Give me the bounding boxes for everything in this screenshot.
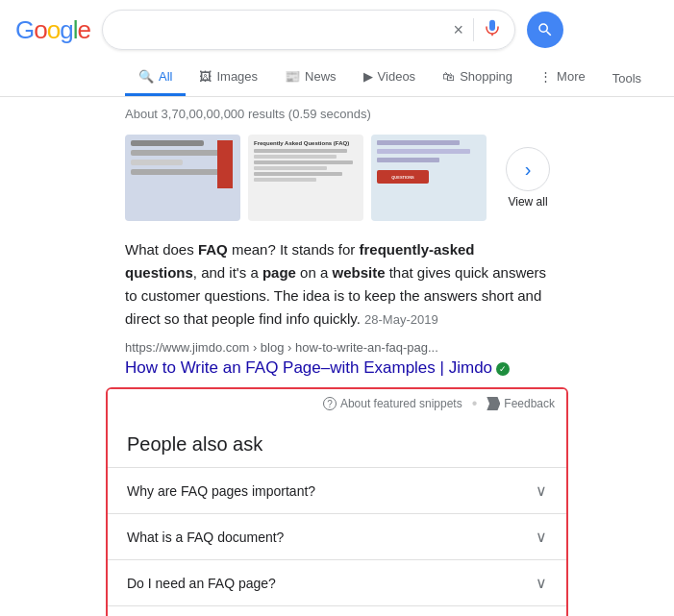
result-link[interactable]: How to Write an FAQ Page–with Examples |… [125,358,492,377]
paa-header-row: ? About featured snippets • Feedback [108,389,566,418]
search-input[interactable]: what is an faq page [116,21,445,38]
result-url: https://www.jimdo.com › blog › how-to-wr… [0,336,674,357]
question-icon: ? [323,397,337,410]
paa-item-3[interactable]: Do I need an FAQ page? ∨ [108,559,566,605]
tab-news[interactable]: 📰 News [271,60,350,96]
more-icon: ⋮ [539,69,552,84]
people-also-ask-box: ? About featured snippets • Feedback Peo… [106,387,568,616]
view-all-label: View all [508,195,547,209]
about-snippets-label: About featured snippets [340,397,462,410]
logo-g1: G [15,15,34,45]
feedback-icon [487,397,500,410]
paa-feedback-label: Feedback [504,397,555,410]
logo-e: e [77,15,89,45]
result-link-container: How to Write an FAQ Page–with Examples |… [0,357,674,387]
tab-shopping-label: Shopping [460,69,512,84]
thumbnail-2[interactable]: Frequently Asked Questions (FAQ) [248,135,363,221]
verified-badge [496,362,510,376]
tab-videos-label: Videos [378,69,416,84]
paa-item-2[interactable]: What is a FAQ document? ∨ [108,513,566,559]
images-icon: 🖼 [199,69,212,84]
paa-question-2: What is a FAQ document? [127,530,284,545]
tab-images-label: Images [216,69,258,84]
videos-icon: ▶ [363,69,373,84]
thumbnail-3[interactable]: QUESTIONS [371,135,487,221]
tab-videos[interactable]: ▶ Videos [350,60,430,96]
logo-g2: g [60,15,72,45]
result-date: 28-May-2019 [364,312,438,327]
paa-item-4[interactable]: What are FAQ used for? ∨ [108,605,566,616]
about-snippets-link[interactable]: ? About featured snippets [323,397,462,410]
chevron-down-icon-1: ∨ [536,481,547,500]
paa-title: People also ask [108,418,566,467]
tab-all[interactable]: 🔍 All [125,60,186,96]
google-logo: Google [15,15,90,45]
view-all-button[interactable]: › View all [506,147,550,209]
mic-icon[interactable] [484,19,501,41]
paa-top-feedback[interactable]: Feedback [487,397,555,410]
news-icon: 📰 [285,69,300,84]
tab-more-label: More [557,69,586,84]
paa-item-1[interactable]: Why are FAQ pages important? ∨ [108,467,566,513]
chevron-down-icon-3: ∨ [536,574,547,592]
tab-more[interactable]: ⋮ More [526,60,599,96]
logo-o1: o [34,15,46,45]
paa-question-1: Why are FAQ pages important? [127,483,315,499]
result-snippet-text: What does FAQ mean? It stands for freque… [0,229,674,336]
paa-question-3: Do I need an FAQ page? [127,576,276,591]
search-divider [473,18,474,41]
header: Google what is an faq page × [0,0,674,60]
tab-all-label: All [159,69,172,84]
separator-dot: • [472,395,478,412]
tab-shopping[interactable]: 🛍 Shopping [429,60,526,96]
view-all-circle: › [506,147,550,191]
search-button[interactable] [527,12,563,48]
thumbnail-1[interactable] [125,135,240,221]
clear-icon[interactable]: × [453,20,463,40]
logo-o2: o [47,15,60,45]
tab-images[interactable]: 🖼 Images [186,60,271,96]
nav-tabs: 🔍 All 🖼 Images 📰 News ▶ Videos 🛍 Shoppin… [0,60,674,97]
search-bar-icons: × [453,18,501,41]
all-icon: 🔍 [138,69,154,84]
image-row: Frequently Asked Questions (FAQ) QUESTIO… [0,127,674,229]
tab-news-label: News [305,69,337,84]
tools-button[interactable]: Tools [599,62,655,95]
chevron-down-icon-2: ∨ [536,528,547,546]
shopping-icon: 🛍 [442,69,455,84]
search-bar: what is an faq page × [102,10,515,50]
results-info: About 3,70,00,00,000 results (0.59 secon… [0,101,674,127]
